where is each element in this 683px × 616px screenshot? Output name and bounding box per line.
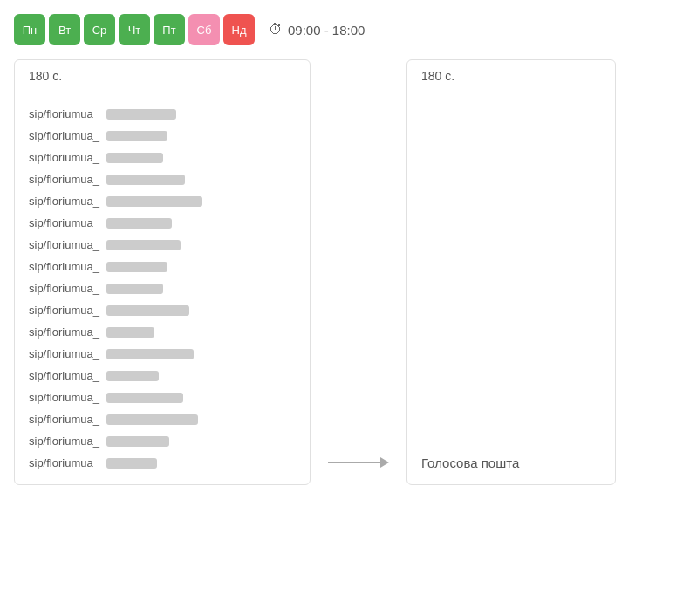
list-item: sip/floriumua_ xyxy=(15,147,310,168)
clock-icon: ⏱ xyxy=(269,22,283,38)
day-btn-сб[interactable]: Сб xyxy=(188,14,220,45)
list-item: sip/floriumua_ xyxy=(15,103,310,125)
day-btn-вт[interactable]: Вт xyxy=(49,14,80,45)
page-header: ПнВтСрЧтПтСбНд ⏱ 09:00 - 18:00 xyxy=(14,14,669,45)
list-item: sip/floriumua_ xyxy=(15,452,310,474)
blurred-text xyxy=(106,393,183,403)
list-item: sip/floriumua_ xyxy=(15,387,310,408)
list-item: sip/floriumua_ xyxy=(15,256,310,277)
arrow-section xyxy=(311,59,406,485)
blurred-text xyxy=(106,109,176,120)
list-item: sip/floriumua_ xyxy=(15,190,310,212)
blurred-text xyxy=(106,305,189,316)
time-section: ⏱ 09:00 - 18:00 xyxy=(269,22,365,38)
arrowhead-icon xyxy=(380,457,389,468)
blurred-text xyxy=(106,371,159,381)
left-timeout-label: 180 с. xyxy=(29,69,62,83)
list-item: sip/floriumua_ xyxy=(15,234,310,256)
list-item: sip/floriumua_ xyxy=(15,430,310,452)
blurred-text xyxy=(106,196,202,207)
blurred-text xyxy=(106,262,167,272)
blurred-text xyxy=(106,436,169,447)
blurred-text xyxy=(106,458,157,469)
blurred-text xyxy=(106,240,181,250)
blurred-text xyxy=(106,131,167,141)
list-item: sip/floriumua_ xyxy=(15,212,310,234)
blurred-text xyxy=(106,175,185,185)
right-timeout-label: 180 с. xyxy=(421,69,454,83)
list-item: sip/floriumua_ xyxy=(15,365,310,387)
right-panel: 180 с. Голосова пошта xyxy=(406,59,616,485)
blurred-text xyxy=(106,218,172,229)
blurred-text xyxy=(106,284,163,294)
left-panel-header: 180 с. xyxy=(15,60,310,92)
list-item: sip/floriumua_ xyxy=(15,299,310,321)
time-range: 09:00 - 18:00 xyxy=(288,23,365,38)
day-btn-чт[interactable]: Чт xyxy=(119,14,150,45)
list-item: sip/floriumua_ xyxy=(15,277,310,299)
day-btn-нд[interactable]: Нд xyxy=(223,14,255,45)
left-panel-list: sip/floriumua_sip/floriumua_sip/floriumu… xyxy=(15,92,310,484)
left-panel: 180 с. sip/floriumua_sip/floriumua_sip/f… xyxy=(14,59,311,485)
day-btn-ср[interactable]: Ср xyxy=(84,14,115,45)
blurred-text xyxy=(106,153,163,163)
voicemail-label: Голосова пошта xyxy=(421,455,519,470)
blurred-text xyxy=(106,414,198,425)
list-item: sip/floriumua_ xyxy=(15,321,310,343)
day-btn-пт[interactable]: Пт xyxy=(154,14,185,45)
days-row: ПнВтСрЧтПтСбНд xyxy=(14,14,255,45)
list-item: sip/floriumua_ xyxy=(15,343,310,365)
list-item: sip/floriumua_ xyxy=(15,125,310,147)
day-btn-пн[interactable]: Пн xyxy=(14,14,45,45)
list-item: sip/floriumua_ xyxy=(15,168,310,190)
blurred-text xyxy=(106,327,154,338)
right-panel-body: Голосова пошта xyxy=(407,92,615,484)
right-panel-header: 180 с. xyxy=(407,60,615,92)
list-item: sip/floriumua_ xyxy=(15,408,310,430)
blurred-text xyxy=(106,349,194,359)
arrow-line xyxy=(328,457,389,468)
main-content: 180 с. sip/floriumua_sip/floriumua_sip/f… xyxy=(14,59,669,485)
arrow-line-body xyxy=(328,462,380,463)
